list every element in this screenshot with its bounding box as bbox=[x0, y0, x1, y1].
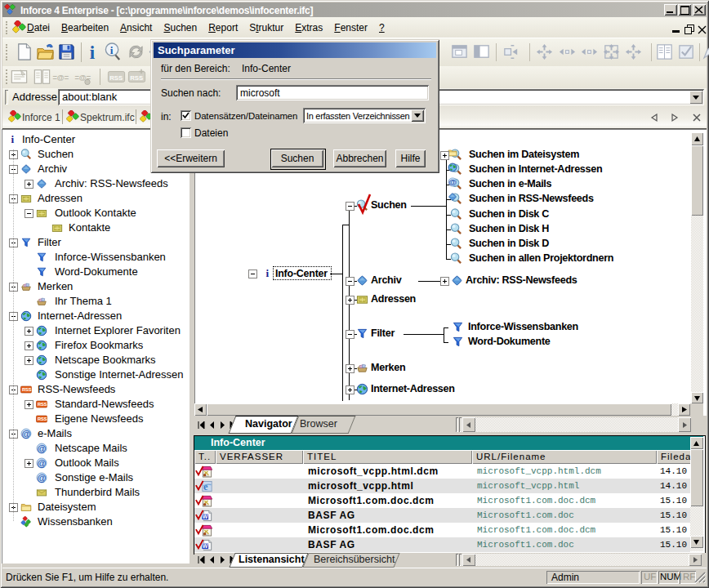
svg-text:RSS: RSS bbox=[130, 74, 143, 82]
svg-text:=@=: =@= bbox=[52, 74, 69, 82]
svg-text:RSS: RSS bbox=[109, 74, 123, 82]
